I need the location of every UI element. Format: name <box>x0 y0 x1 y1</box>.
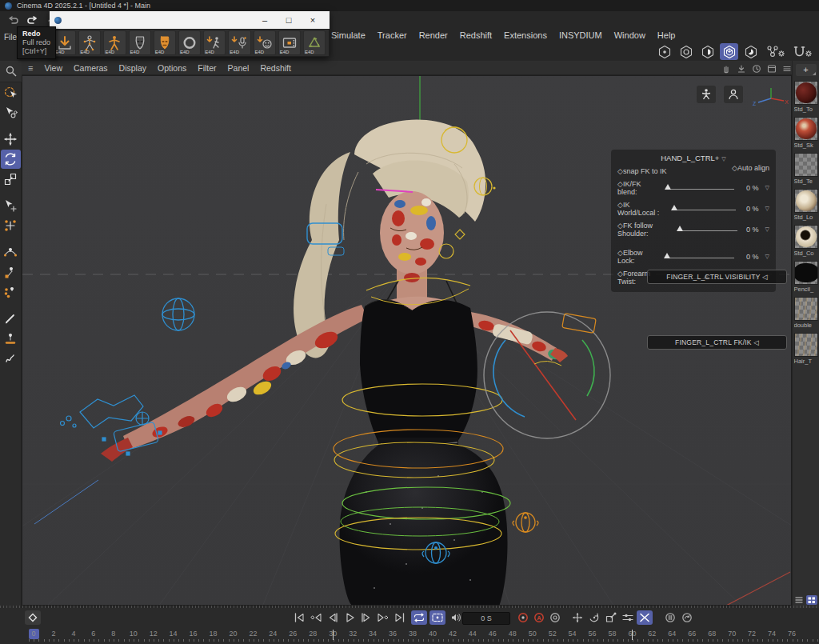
rec-pla-button[interactable] <box>637 610 653 625</box>
hexagon-dot-button[interactable] <box>655 43 673 60</box>
chevron-down-icon[interactable]: ▽ <box>765 226 769 233</box>
prev-key-button[interactable] <box>308 610 324 625</box>
tool-select-tweak[interactable] <box>1 103 21 122</box>
rec-position-button[interactable] <box>569 610 585 625</box>
palette-title-bar[interactable]: – □ × <box>50 11 330 29</box>
material-thumbnail[interactable] <box>794 81 818 105</box>
material-item[interactable]: Pencil_ <box>794 261 818 293</box>
rec-rotation-button[interactable] <box>586 610 602 625</box>
current-time-field[interactable]: 0 S <box>462 612 510 625</box>
menu-file[interactable]: File <box>4 33 17 42</box>
slider-handle[interactable] <box>664 253 670 258</box>
tool-pencil[interactable] <box>1 309 21 328</box>
add-material-button[interactable]: + <box>796 64 817 76</box>
mic-import-button[interactable]: E4D <box>228 30 250 55</box>
material-item[interactable]: Std_Te <box>794 153 818 185</box>
material-item[interactable]: double <box>794 297 818 329</box>
loop-button[interactable] <box>411 610 427 625</box>
keyframe-settings-button[interactable] <box>547 610 563 625</box>
vp-menu-filter[interactable]: Filter <box>198 63 216 73</box>
hud-title-row[interactable]: HAND_L_CTRL+▽ <box>617 154 769 162</box>
menu-insydium[interactable]: INSYDIUM <box>559 30 602 40</box>
clamp-button[interactable] <box>429 610 445 625</box>
monitor-button[interactable]: E4D <box>278 30 301 55</box>
download-button[interactable]: E4D <box>54 30 76 55</box>
autokey-button[interactable]: A <box>531 610 547 625</box>
tool-spline-dots[interactable] <box>1 282 21 302</box>
auto-align[interactable]: ◇Auto align <box>732 164 769 175</box>
floating-palette-window[interactable]: – □ × E4DE4DE4DE4DE4DE4DE4DE4DE4DE4DE4D <box>50 11 330 57</box>
material-thumbnail[interactable] <box>794 153 818 177</box>
keyframe-presets-button[interactable] <box>662 610 678 625</box>
walk-mode-button[interactable] <box>697 86 716 103</box>
close-button[interactable]: × <box>301 15 325 25</box>
sound-button[interactable] <box>448 610 464 625</box>
tool-live-selection[interactable] <box>1 83 21 102</box>
go-end-button[interactable] <box>392 610 408 625</box>
material-item[interactable]: Hair_T <box>794 333 818 365</box>
rec-scale-button[interactable] <box>603 610 619 625</box>
vp-menu-redshift[interactable]: Redshift <box>260 63 291 73</box>
title-bar[interactable]: Cinema 4D 2025.2.1 - [Untitled 4 *] - Ma… <box>0 0 819 11</box>
menu-render[interactable]: Render <box>419 30 448 40</box>
tool-cursor-move[interactable] <box>1 196 21 215</box>
minimize-button[interactable]: – <box>253 15 277 25</box>
slider-track[interactable] <box>666 185 734 191</box>
slider-track[interactable] <box>665 254 734 260</box>
magnet-gear-button[interactable] <box>790 43 814 60</box>
material-thumbnail[interactable] <box>794 189 818 213</box>
walk-import-button[interactable]: E4D <box>203 30 226 55</box>
prev-frame-button[interactable] <box>325 610 341 625</box>
record-key-button[interactable] <box>515 610 531 625</box>
viewport-hamburger-icon[interactable]: ≡ <box>28 63 33 73</box>
mask-button[interactable]: E4D <box>129 30 151 55</box>
snap-fk-to-ik[interactable]: ◇snap FK to IK <box>617 167 666 175</box>
material-item[interactable]: Std_To <box>794 81 818 113</box>
material-thumbnail[interactable] <box>794 261 818 285</box>
tool-rotate[interactable] <box>1 150 21 169</box>
viewport-3d[interactable]: Z X HAND_L_CTRL+▽ ◇snap FK to IK ◇Auto a… <box>22 75 792 606</box>
vp-menu-view[interactable]: View <box>44 63 62 73</box>
character-dots-button[interactable]: E4D <box>78 30 101 55</box>
rotation-order-button[interactable] <box>679 610 695 625</box>
tool-squiggle[interactable] <box>1 349 21 368</box>
keyframe-diamond-button[interactable] <box>25 610 41 625</box>
material-thumbnail[interactable] <box>794 225 818 249</box>
hexagon-pie-button[interactable] <box>741 43 760 60</box>
slider-handle[interactable] <box>665 184 671 190</box>
tool-spline-smooth[interactable] <box>1 242 21 262</box>
material-item[interactable]: Std_Sk <box>794 117 818 149</box>
slider-handle[interactable] <box>671 205 677 210</box>
finger-fkik-button[interactable]: FINGER_L_CTRL FK/IK ◁ <box>647 335 787 350</box>
menu-extensions[interactable]: Extensions <box>504 30 547 40</box>
chevron-down-icon[interactable]: ▽ <box>765 206 769 212</box>
vp-menu-display[interactable]: Display <box>119 63 146 73</box>
vp-menu-cameras[interactable]: Cameras <box>74 63 108 73</box>
menu-window[interactable]: Window <box>614 30 645 40</box>
tool-marker[interactable] <box>1 329 21 348</box>
material-thumbnail[interactable] <box>794 297 818 321</box>
material-item[interactable]: Std_Co <box>794 225 818 257</box>
mask-active-button[interactable]: E4D <box>154 30 176 55</box>
tool-multi-move[interactable] <box>1 216 21 235</box>
hexagon-half-button[interactable] <box>698 43 717 60</box>
tool-move[interactable] <box>1 130 21 149</box>
slider-handle[interactable] <box>677 226 683 231</box>
material-item[interactable]: Std_Lo <box>794 189 818 221</box>
search-button[interactable] <box>0 61 22 82</box>
chevron-down-icon[interactable]: ▽ <box>765 254 769 260</box>
chevron-down-icon[interactable]: ▽ <box>765 185 769 191</box>
face-import-button[interactable]: E4D <box>254 30 276 55</box>
material-thumbnail[interactable] <box>794 117 818 141</box>
maximize-button[interactable]: □ <box>277 15 301 25</box>
rec-params-button[interactable] <box>620 610 636 625</box>
play-button[interactable] <box>342 610 358 625</box>
timeline-ruler[interactable]: 0246810121416182022242628303234363840424… <box>0 628 819 644</box>
material-thumbnail[interactable] <box>794 333 818 357</box>
node-gear-button[interactable] <box>763 43 787 60</box>
hexagon-cube-button[interactable] <box>720 43 738 60</box>
menu-redshift[interactable]: Redshift <box>460 30 492 40</box>
go-start-button[interactable] <box>291 610 307 625</box>
menu-help[interactable]: Help <box>657 30 676 40</box>
menu-simulate[interactable]: Simulate <box>331 30 366 40</box>
